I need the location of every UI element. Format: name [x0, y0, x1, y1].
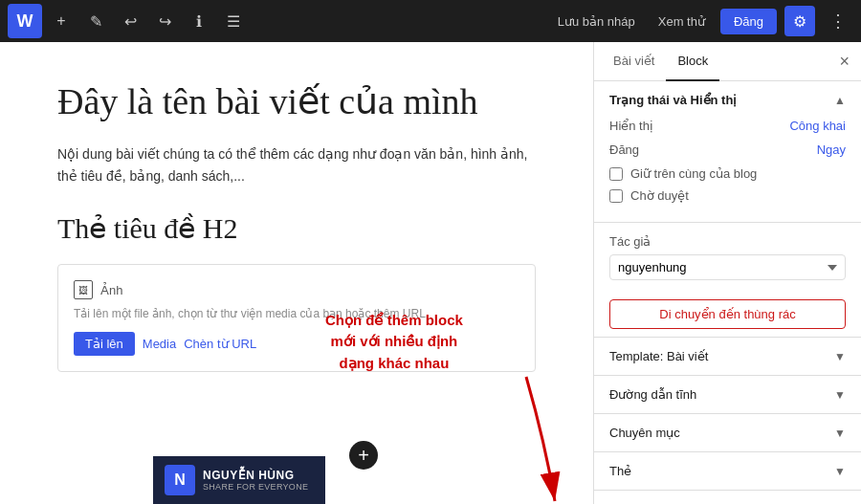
template-section[interactable]: Template: Bài viết ▼	[594, 338, 861, 376]
sticky-post-label: Giữ trên cùng của blog	[630, 166, 757, 181]
visibility-label: Hiển thị	[609, 119, 653, 133]
list-icon: ☰	[227, 12, 240, 31]
info-icon: ℹ	[196, 12, 202, 31]
watermark-tagline: SHARE FOR EVERYONE	[203, 482, 308, 492]
edit-button[interactable]: ✎	[80, 6, 111, 36]
status-section: Trạng thái và Hiển thị ▲ Hiển thị Công k…	[594, 81, 861, 223]
permalink-label: Đường dẫn tĩnh	[609, 387, 696, 402]
tag-section[interactable]: Thẻ ▼	[594, 452, 861, 491]
add-block-button[interactable]: +	[46, 6, 77, 36]
status-section-body: Hiển thị Công khai Đăng Ngay Giữ trên cù…	[594, 119, 861, 222]
sidebar-content: Trạng thái và Hiển thị ▲ Hiển thị Công k…	[594, 81, 861, 504]
toolbar-left: W + ✎ ↩ ↪ ℹ ☰	[8, 4, 249, 38]
sidebar-tabs: Bài viết Block ×	[594, 42, 861, 81]
gear-icon: ⚙	[793, 12, 806, 31]
info-button[interactable]: ℹ	[184, 6, 214, 36]
pending-review-checkbox[interactable]	[609, 189, 623, 203]
watermark-name: NGUYỄN HÙNG	[203, 469, 308, 482]
author-section: Tác giả nguyenhung Di chuyển đến thùng r…	[594, 223, 861, 338]
wp-logo[interactable]: W	[8, 4, 42, 38]
undo-icon: ↩	[124, 12, 137, 31]
author-label: Tác giả	[609, 234, 846, 249]
image-block-buttons: Tải lên Media Chèn từ URL	[74, 332, 519, 356]
pending-review-row: Chờ duyệt	[609, 188, 846, 203]
template-chevron-icon: ▼	[834, 350, 846, 363]
author-section-body: Tác giả nguyenhung	[594, 223, 861, 292]
tab-bai-viet[interactable]: Bài viết	[602, 42, 666, 81]
image-block-header: 🖼 Ảnh	[74, 280, 519, 299]
sidebar: Bài viết Block × Trạng thái và Hiển thị …	[593, 42, 861, 504]
image-icon: 🖼	[74, 280, 93, 299]
post-title[interactable]: Đây là tên bài viết của mình	[57, 80, 536, 124]
status-section-header[interactable]: Trạng thái và Hiển thị ▲	[594, 81, 861, 119]
image-block-description: Tải lên một file ảnh, chọn từ thư viện m…	[74, 307, 519, 320]
settings-button[interactable]: ⚙	[784, 6, 815, 36]
redo-icon: ↪	[159, 12, 171, 31]
visibility-row: Hiển thị Công khai	[609, 119, 846, 133]
list-view-button[interactable]: ☰	[218, 6, 249, 36]
insert-url-button[interactable]: Chèn từ URL	[184, 337, 256, 351]
redo-button[interactable]: ↪	[149, 6, 180, 36]
add-block-bottom-button[interactable]: +	[349, 441, 378, 470]
watermark-logo: N	[165, 465, 195, 495]
main-area: Đây là tên bài viết của mình Nội dung bà…	[0, 42, 861, 504]
plus-icon: +	[56, 12, 65, 30]
category-label: Chuyên mục	[609, 426, 680, 440]
editor-area: Đây là tên bài viết của mình Nội dung bà…	[0, 42, 593, 504]
preview-button[interactable]: Xem thử	[651, 9, 713, 34]
permalink-section[interactable]: Đường dẫn tĩnh ▼	[594, 376, 861, 414]
post-content[interactable]: Nội dung bài viết chúng ta có thể thêm c…	[57, 143, 536, 189]
more-options-button[interactable]: ⋮	[823, 6, 853, 36]
tab-block[interactable]: Block	[666, 42, 719, 81]
image-block-label: Ảnh	[100, 283, 122, 297]
sticky-post-row: Giữ trên cùng của blog	[609, 166, 846, 181]
publish-button[interactable]: Đăng	[720, 9, 777, 34]
delete-button[interactable]: Di chuyển đến thùng rác	[609, 299, 846, 329]
publish-label: Đăng	[609, 142, 639, 157]
permalink-chevron-icon: ▼	[834, 388, 846, 402]
pending-review-label: Chờ duyệt	[630, 188, 689, 203]
media-button[interactable]: Media	[143, 337, 176, 351]
toolbar: W + ✎ ↩ ↪ ℹ ☰ Lưu bản nháp Xem thử Đăng …	[0, 0, 861, 42]
category-section[interactable]: Chuyên mục ▼	[594, 414, 861, 452]
chevron-up-icon: ▲	[834, 94, 846, 107]
sticky-post-checkbox[interactable]	[609, 167, 623, 181]
upload-button[interactable]: Tải lên	[74, 332, 135, 356]
sidebar-close-button[interactable]: ×	[835, 48, 853, 76]
save-draft-button[interactable]: Lưu bản nháp	[550, 9, 643, 34]
visibility-value[interactable]: Công khai	[789, 119, 846, 133]
heading-h2[interactable]: Thẻ tiêu đề H2	[57, 211, 536, 245]
undo-button[interactable]: ↩	[115, 6, 145, 36]
tag-chevron-icon: ▼	[834, 465, 846, 478]
toolbar-right: Lưu bản nháp Xem thử Đăng ⚙ ⋮	[550, 6, 853, 36]
pencil-icon: ✎	[90, 12, 102, 31]
annotation-arrow	[469, 367, 584, 504]
image-block: 🖼 Ảnh Tải lên một file ảnh, chọn từ thư …	[57, 264, 536, 372]
template-label: Template: Bài viết	[609, 349, 708, 363]
watermark-text: NGUYỄN HÙNG SHARE FOR EVERYONE	[203, 469, 308, 492]
author-select[interactable]: nguyenhung	[609, 254, 846, 280]
publish-row: Đăng Ngay	[609, 142, 846, 157]
publish-value[interactable]: Ngay	[817, 142, 846, 157]
status-section-title: Trạng thái và Hiển thị	[609, 93, 737, 107]
category-chevron-icon: ▼	[834, 427, 846, 440]
tag-label: Thẻ	[609, 464, 631, 478]
watermark: N NGUYỄN HÙNG SHARE FOR EVERYONE	[153, 456, 325, 504]
more-icon: ⋮	[829, 11, 847, 32]
